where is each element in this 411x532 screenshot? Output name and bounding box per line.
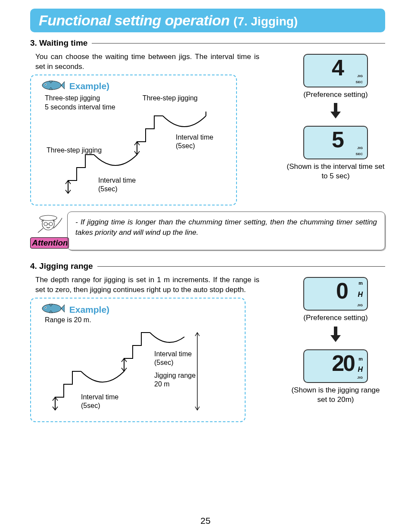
fish-icon — [38, 303, 65, 316]
heading-rule — [97, 266, 385, 267]
display-h-tag: H — [358, 291, 363, 299]
interval-a: Interval time — [154, 350, 192, 358]
svg-point-2 — [45, 84, 46, 85]
display-jig-tag: JIG — [357, 303, 363, 307]
fish-icon — [38, 80, 65, 93]
preference-setting-label: (Preference setting) — [303, 313, 367, 323]
interval-b2: (5sec) — [81, 402, 100, 409]
display-range-20: 20 m H JIG — [303, 349, 368, 383]
display-waiting-5: 5 JIG SEC — [303, 126, 368, 159]
section-4-intro: The depth range for jigging is set in 1 … — [35, 275, 259, 295]
svg-point-12 — [45, 307, 46, 308]
display-jig-tag: JIG — [357, 376, 363, 380]
section-3-heading-text: 3. Waiting time — [30, 38, 87, 48]
example-label: Example) — [69, 81, 109, 91]
banner-title: Functional setting operation — [39, 12, 230, 28]
display-value-4: 4 — [332, 55, 343, 81]
heading-rule — [92, 43, 385, 44]
display-h-tag: H — [358, 366, 363, 373]
three-step-c: Three-step jigging — [47, 146, 102, 155]
display-jig-tag: JIG — [357, 146, 363, 150]
display-m-unit: m — [358, 356, 363, 361]
display-value-5: 5 — [332, 127, 343, 152]
caption-interval-5sec: (Shown is the interval time set to 5 sec… — [286, 162, 385, 181]
example-line1: Three-step jigging — [45, 94, 100, 102]
interval-a: Interval time — [176, 134, 213, 141]
display-sec-tag: SEC — [356, 80, 363, 84]
range-line: Range is 20 m. — [45, 316, 238, 324]
display-jig-tag: JIG — [357, 74, 363, 78]
banner-subtitle: (7. Jigging) — [234, 15, 298, 28]
display-range-0: 0 m H JIG — [303, 277, 368, 311]
arrow-down-icon — [330, 102, 342, 121]
attention-label: Attention — [32, 238, 68, 248]
caption-range-20m: (Shown is the jigging range set to 20m) — [286, 386, 385, 404]
jigging-diagram-2: Interval time (5sec) Interval time (5sec… — [38, 324, 238, 414]
display-m-unit: m — [358, 280, 363, 286]
example-box-waiting-time: Example) Three-step jigging Three-step j… — [30, 75, 237, 206]
three-step-b: Three-step jigging — [143, 94, 198, 102]
attention-note: - If jigging time is longer than the chu… — [67, 212, 385, 250]
page-number: 25 — [0, 516, 411, 526]
preference-setting-label: (Preference setting) — [303, 90, 367, 100]
interval-b: Interval time — [98, 177, 136, 184]
interval-a2: (5sec) — [154, 359, 173, 366]
section-4-heading: 4. Jigging range — [30, 261, 385, 271]
display-value-0: 0 — [336, 278, 347, 304]
jigging-range-value: 20 m — [154, 380, 170, 388]
interval-a2: (5sec) — [176, 142, 195, 149]
display-waiting-4: 4 JIG SEC — [303, 54, 368, 87]
example-line2: 5 seconds interval time — [45, 103, 115, 111]
display-value-20: 20 — [332, 350, 354, 376]
page-banner: Functional setting operation (7. Jigging… — [30, 9, 385, 32]
section-3-heading: 3. Waiting time — [30, 38, 385, 48]
example-box-jigging-range: Example) Range is 20 m. — [30, 298, 246, 422]
example-label: Example) — [69, 305, 109, 315]
display-sec-tag: SEC — [356, 152, 363, 156]
attention-figure: Attention — [30, 214, 69, 249]
jigging-diagram-1: Three-step jigging Interval time (5sec) … — [38, 112, 229, 198]
jigging-range-label: Jigging range — [154, 372, 196, 379]
section-4-heading-text: 4. Jigging range — [30, 261, 93, 271]
interval-b2: (5sec) — [98, 185, 117, 193]
section-3-intro: You can choose the waiting time between … — [35, 52, 259, 72]
interval-b: Interval time — [81, 393, 118, 401]
arrow-down-icon — [330, 326, 342, 345]
svg-point-4 — [40, 215, 57, 221]
attention-badge: Attention — [30, 237, 69, 249]
